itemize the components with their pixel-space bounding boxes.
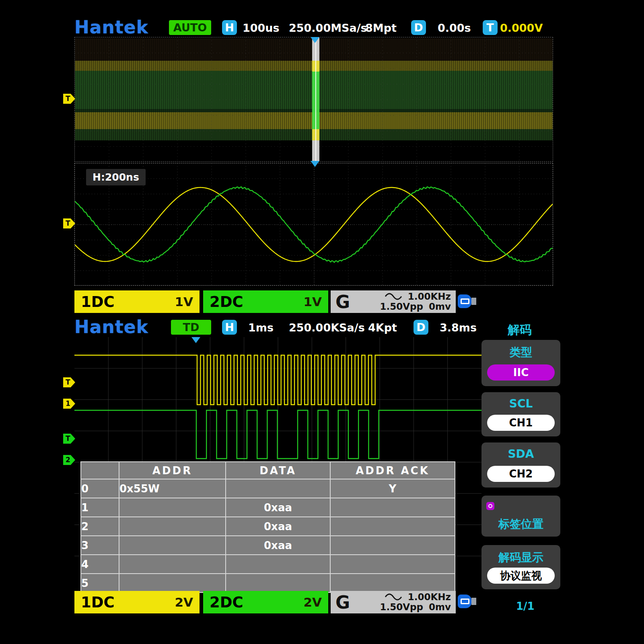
- generator-offset-bottom: 0mv: [429, 602, 451, 612]
- ch1-label-bottom: 1DC: [81, 594, 115, 611]
- type-label: 类型: [481, 345, 560, 360]
- zoom-timebase-label: H:200ns: [86, 169, 146, 185]
- table-cell-addr: [119, 498, 226, 517]
- ch2-scale-top: 1V: [303, 294, 322, 309]
- trigger-position-marker-bottom[interactable]: [191, 337, 200, 343]
- table-cell-idx: 4: [81, 555, 119, 574]
- delay-badge-bottom: D: [414, 320, 428, 335]
- sda-label: SDA: [481, 447, 560, 461]
- ch2-label-top: 2DC: [210, 293, 243, 311]
- ch2-box-bottom[interactable]: 2DC 2V: [203, 591, 328, 613]
- sine-icon: [385, 293, 402, 300]
- table-cell-ack: [330, 517, 455, 536]
- table-row: 00x55WY: [81, 479, 455, 498]
- table-cell-idx: 5: [81, 574, 119, 593]
- screen: Hantek AUTO H 100us 250.00MSa/s 8Mpt D 0…: [0, 0, 644, 644]
- scl-value-pill[interactable]: CH1: [487, 415, 555, 431]
- sda-value-pill[interactable]: CH2: [487, 466, 555, 482]
- samplerate-readout-top: 250.00MSa/s: [289, 22, 367, 34]
- brand-logo-bottom: Hantek: [74, 317, 148, 337]
- table-header-cell: ADDR ACK: [330, 462, 455, 479]
- zoom-view: H:200ns: [74, 163, 553, 286]
- table-header-cell: [81, 462, 119, 479]
- table-cell-data: 0xaa: [226, 536, 330, 555]
- menu-panel-scl[interactable]: SCL CH1: [481, 392, 560, 436]
- ch1-ground-marker[interactable]: 1: [63, 399, 75, 409]
- table-cell-addr: [119, 555, 226, 574]
- table-cell-idx: 3: [81, 536, 119, 555]
- table-cell-addr: [119, 517, 226, 536]
- decode-table-head: ADDRDATAADDR ACK: [81, 462, 455, 479]
- ch2-ground-marker[interactable]: 2: [63, 455, 75, 465]
- table-cell-data: [226, 479, 330, 498]
- table-cell-data: 0xaa: [226, 517, 330, 536]
- decode-menu-title: 解码: [508, 322, 532, 338]
- table-cell-addr: 0x55W: [119, 479, 226, 498]
- horizontal-badge-bottom: H: [222, 320, 237, 335]
- ch1-box-bottom[interactable]: 1DC 2V: [74, 591, 200, 613]
- table-header-cell: DATA: [226, 462, 330, 479]
- trigger-level-marker-ch1[interactable]: T: [63, 377, 75, 387]
- samplerate-readout-bottom: 250.00KSa/s: [289, 321, 365, 334]
- label-position-icon: [486, 502, 494, 510]
- decode-table-body: 00x55WY10xaa20xaa30xaa45: [81, 479, 455, 593]
- ch1-scale-bottom: 2V: [175, 595, 193, 609]
- menu-panel-label-position[interactable]: 标签位置: [481, 496, 560, 537]
- ch2-box-top[interactable]: 2DC 1V: [203, 290, 328, 313]
- table-cell-ack: [330, 498, 455, 517]
- timebase-readout-bottom: 1ms: [248, 321, 274, 334]
- table-cell-idx: 2: [81, 517, 119, 536]
- trigger-level-marker-ch2[interactable]: T: [63, 434, 75, 444]
- zoom-position-marker-icon[interactable]: [311, 37, 319, 43]
- table-cell-ack: [330, 536, 455, 555]
- trigger-level-marker-main[interactable]: T: [63, 94, 75, 104]
- delay-readout-bottom: 3.8ms: [440, 321, 477, 334]
- ch1-box-top[interactable]: 1DC 1V: [74, 290, 200, 313]
- generator-freq-bottom: 1.00KHz: [408, 592, 451, 602]
- delay-badge-top: D: [411, 20, 426, 35]
- table-row: 4: [81, 555, 455, 574]
- trigger-status-badge-top: AUTO: [169, 20, 211, 35]
- ch1-label-top: 1DC: [81, 293, 115, 311]
- decode-table: ADDRDATAADDR ACK 00x55WY10xaa20xaa30xaa4…: [80, 461, 455, 593]
- table-cell-addr: [119, 536, 226, 555]
- type-value-pill[interactable]: IIC: [487, 364, 555, 381]
- decode-display-label: 解码显示: [481, 550, 560, 565]
- trigger-status-badge-bottom: TD: [171, 320, 211, 335]
- table-cell-ack: [330, 555, 455, 574]
- ch2-scale-bottom: 2V: [303, 595, 322, 609]
- menu-panel-sda[interactable]: SDA CH2: [481, 442, 560, 488]
- table-row: 30xaa: [81, 536, 455, 555]
- table-header-cell: ADDR: [119, 462, 226, 479]
- page-indicator: 1/1: [516, 600, 535, 612]
- generator-g-label-top: G: [335, 292, 350, 312]
- table-cell-idx: 0: [81, 479, 119, 498]
- main-record-view: [74, 37, 553, 162]
- trigger-level-marker-zoom[interactable]: T: [63, 218, 75, 228]
- table-cell-addr: [119, 574, 226, 593]
- generator-g-label-bottom: G: [335, 592, 350, 613]
- menu-panel-decode-display[interactable]: 解码显示 协议监视: [481, 545, 560, 589]
- ch1-scale-top: 1V: [175, 294, 193, 309]
- usb-icon-top: [458, 294, 477, 308]
- generator-box-top[interactable]: G 1.00KHz 1.50Vpp 0mv: [331, 290, 456, 313]
- table-row: 10xaa: [81, 498, 455, 517]
- delay-readout-top: 0.00s: [438, 22, 471, 34]
- table-cell-ack: Y: [330, 479, 455, 498]
- memdepth-readout-bottom: 4Kpt: [368, 321, 397, 334]
- table-row: 5: [81, 574, 455, 593]
- decode-display-value-pill[interactable]: 协议监视: [487, 568, 555, 584]
- generator-amp-bottom: 1.50Vpp: [380, 602, 423, 612]
- table-cell-idx: 1: [81, 498, 119, 517]
- usb-icon-bottom: [458, 595, 477, 608]
- brand-logo-top: Hantek: [74, 17, 148, 37]
- sine-icon: [385, 593, 402, 601]
- trigger-badge-top: T: [483, 20, 498, 35]
- ch2-label-bottom: 2DC: [210, 594, 243, 611]
- menu-panel-type[interactable]: 类型 IIC: [481, 340, 560, 386]
- horizontal-badge-top: H: [222, 20, 237, 35]
- memdepth-readout-top: 8Mpt: [365, 22, 397, 34]
- label-position-text: 标签位置: [481, 516, 560, 532]
- table-cell-ack: [330, 574, 455, 593]
- generator-box-bottom[interactable]: G 1.00KHz 1.50Vpp 0mv: [331, 591, 456, 613]
